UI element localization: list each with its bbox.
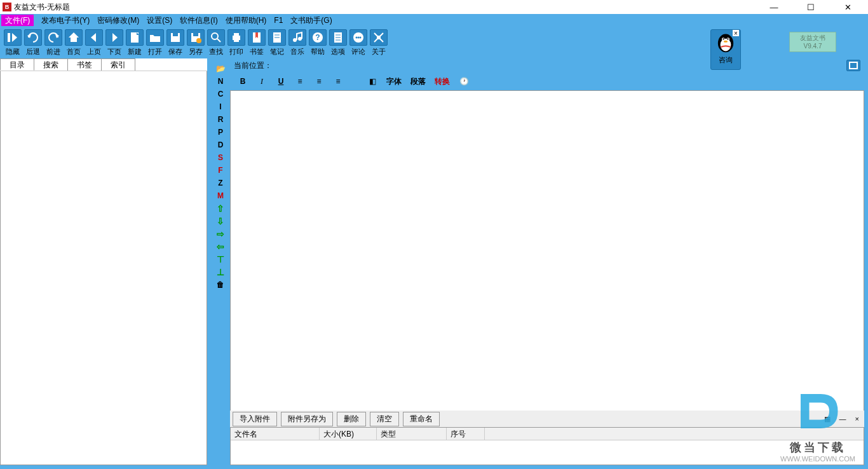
saveas-attachment-button[interactable]: 附件另存为 xyxy=(281,412,333,426)
mid-btn-7[interactable]: S xyxy=(214,153,227,163)
tool-back[interactable]: 后退 xyxy=(23,29,43,57)
mid-btn-1[interactable]: N xyxy=(214,76,227,86)
new-icon xyxy=(126,29,144,46)
help-icon: ? xyxy=(309,29,327,46)
mid-btn-4[interactable]: R xyxy=(214,114,227,125)
bookmark-icon xyxy=(248,29,266,46)
tool-label: 保存 xyxy=(168,47,182,57)
menu-file[interactable]: 文件(F) xyxy=(1,15,34,26)
mid-btn-0[interactable]: 📂 xyxy=(214,64,227,74)
menu-software-info[interactable]: 软件信息(I) xyxy=(180,15,217,26)
options-icon xyxy=(329,29,347,46)
main-toolbar: 隐藏后退前进首页上页下页新建打开保存另存查找打印书签笔记音乐?帮助选项评论关于 … xyxy=(0,27,868,58)
tab-search[interactable]: 搜索 xyxy=(34,58,68,71)
window-title: 友益文书-无标题 xyxy=(14,2,761,13)
tool-new[interactable]: 新建 xyxy=(125,29,145,57)
prev-icon xyxy=(85,29,103,46)
tool-print[interactable]: 打印 xyxy=(226,29,247,57)
close-button[interactable]: ✕ xyxy=(835,1,860,13)
mid-btn-5[interactable]: P xyxy=(214,127,227,137)
menu-password[interactable]: 密码修改(M) xyxy=(97,15,139,26)
col-type[interactable]: 类型 xyxy=(377,428,447,440)
mid-btn-10[interactable]: M xyxy=(214,191,227,201)
eraser-icon[interactable]: ◧ xyxy=(367,77,377,86)
align-left-icon[interactable]: ≡ xyxy=(295,77,305,86)
menu-settings[interactable]: 设置(S) xyxy=(147,15,172,26)
attachment-grid-icon[interactable]: ▦ xyxy=(822,415,833,423)
tool-about[interactable]: 关于 xyxy=(369,29,389,57)
mid-btn-6[interactable]: D xyxy=(214,140,227,150)
col-seq[interactable]: 序号 xyxy=(447,428,485,440)
tool-home[interactable]: 首页 xyxy=(64,29,84,57)
mid-btn-9[interactable]: Z xyxy=(214,178,227,188)
rename-attachment-button[interactable]: 重命名 xyxy=(403,412,440,426)
bold-button[interactable]: B xyxy=(238,77,248,86)
maximize-button[interactable]: ☐ xyxy=(798,1,824,13)
tool-prev[interactable]: 上页 xyxy=(84,29,104,57)
tool-open[interactable]: 打开 xyxy=(145,29,165,57)
tree-view[interactable] xyxy=(0,71,207,465)
right-panel: 当前位置： B I U ≡ ≡ ≡ ◧ 字体 段落 转换 🕐 导入附件 附件另存… xyxy=(230,58,868,469)
tab-toc[interactable]: 目录 xyxy=(0,58,34,71)
tool-note[interactable]: 笔记 xyxy=(267,29,287,57)
mid-btn-3[interactable]: I xyxy=(214,102,227,112)
tool-forward[interactable]: 前进 xyxy=(43,29,64,57)
mid-btn-11[interactable]: ⇧ xyxy=(214,203,227,214)
forward-icon xyxy=(44,29,62,46)
col-size[interactable]: 大小(KB) xyxy=(320,428,377,440)
underline-button[interactable]: U xyxy=(276,77,286,86)
comment-icon xyxy=(349,29,367,46)
mid-btn-2[interactable]: C xyxy=(214,89,227,99)
menu-f1[interactable]: F1 xyxy=(274,16,283,25)
delete-attachment-button[interactable]: 删除 xyxy=(337,412,366,426)
align-right-icon[interactable]: ≡ xyxy=(333,77,343,86)
mid-btn-12[interactable]: ⇩ xyxy=(214,216,227,226)
tool-saveas[interactable]: 另存 xyxy=(186,29,206,57)
tool-comment[interactable]: 评论 xyxy=(348,29,369,57)
vertical-toolbar: 📂NCIRPDSFZM⇧⇩⇨⇦⊤⊥🗑 xyxy=(211,58,230,469)
minimize-button[interactable]: — xyxy=(761,1,787,13)
tool-save[interactable]: 保存 xyxy=(165,29,186,57)
mid-btn-16[interactable]: ⊥ xyxy=(214,267,227,277)
italic-button[interactable]: I xyxy=(257,77,267,86)
mid-btn-8[interactable]: F xyxy=(214,165,227,175)
tool-next[interactable]: 下页 xyxy=(104,29,125,57)
tool-options[interactable]: 选项 xyxy=(328,29,348,57)
qq-close-icon[interactable]: × xyxy=(733,30,739,36)
editor-content[interactable] xyxy=(230,90,864,411)
svg-rect-10 xyxy=(234,33,239,36)
menu-publish[interactable]: 发布电子书(Y) xyxy=(41,15,90,26)
attachment-collapse-icon[interactable]: — xyxy=(837,415,849,423)
tool-label: 查找 xyxy=(209,47,223,57)
music-icon xyxy=(288,29,306,46)
app-icon: B xyxy=(3,3,11,11)
mid-btn-13[interactable]: ⇨ xyxy=(214,229,227,239)
menu-help[interactable]: 使用帮助(H) xyxy=(226,15,267,26)
col-filename[interactable]: 文件名 xyxy=(231,428,320,440)
mid-btn-17[interactable]: 🗑 xyxy=(214,280,227,290)
tool-hide[interactable]: 隐藏 xyxy=(3,29,23,57)
tab-bookmark[interactable]: 书签 xyxy=(67,58,102,71)
tool-music[interactable]: 音乐 xyxy=(287,29,308,57)
version-name: 友益文书 xyxy=(800,34,825,42)
align-center-icon[interactable]: ≡ xyxy=(314,77,324,86)
maximize-editor-icon[interactable] xyxy=(846,60,860,71)
clear-attachment-button[interactable]: 清空 xyxy=(370,412,399,426)
tab-index[interactable]: 索引 xyxy=(101,58,135,71)
saveas-icon xyxy=(187,29,205,46)
import-attachment-button[interactable]: 导入附件 xyxy=(233,412,277,426)
tool-help[interactable]: ?帮助 xyxy=(308,29,328,57)
home-icon xyxy=(65,29,83,46)
clock-icon[interactable]: 🕐 xyxy=(459,77,469,86)
mid-btn-14[interactable]: ⇦ xyxy=(214,241,227,252)
mid-btn-15[interactable]: ⊤ xyxy=(214,254,227,264)
attachment-close-icon[interactable]: × xyxy=(853,415,862,423)
convert-button[interactable]: 转换 xyxy=(435,76,450,87)
qq-consult-panel[interactable]: × 咨询 xyxy=(710,29,741,70)
tool-label: 评论 xyxy=(351,47,365,57)
menu-assistant[interactable]: 文书助手(G) xyxy=(290,15,332,26)
tool-find[interactable]: 查找 xyxy=(206,29,226,57)
font-button[interactable]: 字体 xyxy=(386,76,402,87)
paragraph-button[interactable]: 段落 xyxy=(410,76,426,87)
tool-bookmark[interactable]: 书签 xyxy=(247,29,267,57)
